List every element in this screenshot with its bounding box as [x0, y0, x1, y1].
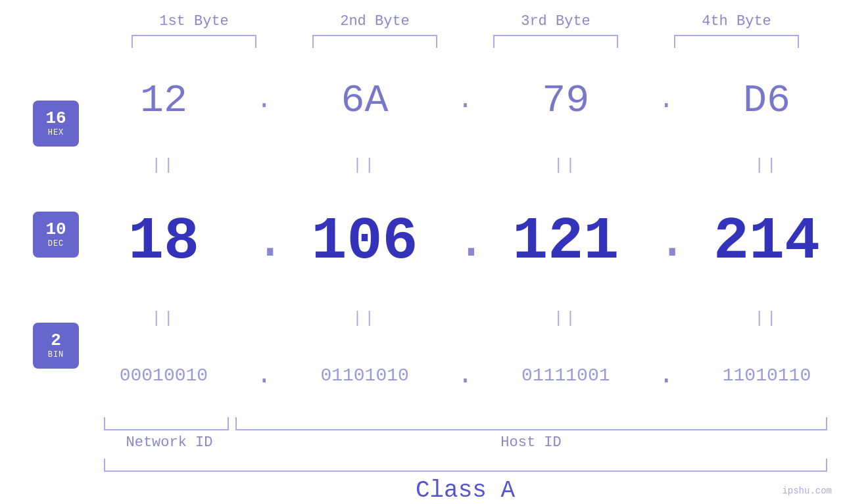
byte-2-label: 2nd Byte: [309, 13, 441, 30]
equals-row-2: || || || ||: [85, 309, 845, 327]
equals-1-b3: ||: [500, 156, 631, 174]
host-bracket: [235, 417, 827, 430]
hex-b3-value: 79: [542, 78, 589, 123]
hex-b1-value: 12: [140, 78, 187, 123]
top-brackets: [104, 35, 827, 48]
bin-dot-1: .: [254, 361, 274, 390]
dec-b3-cell: 121: [500, 208, 631, 275]
equals-1-b4: ||: [701, 156, 833, 174]
hex-name: HEX: [48, 128, 64, 137]
hex-b2-cell: 6A: [299, 78, 431, 123]
equals-2-b3: ||: [500, 309, 631, 327]
hex-b3-cell: 79: [500, 78, 631, 123]
main-container: 1st Byte 2nd Byte 3rd Byte 4th Byte 16 H…: [0, 0, 845, 504]
equals-2-b1: ||: [98, 309, 229, 327]
bin-b4-cell: 11010110: [701, 365, 833, 386]
hex-b2-value: 6A: [341, 78, 389, 123]
hex-b4-cell: D6: [701, 78, 833, 123]
bin-b2-value: 01101010: [320, 365, 408, 386]
class-bracket: [104, 459, 827, 472]
dec-b4-cell: 214: [701, 208, 833, 275]
dec-b2-value: 106: [312, 208, 418, 275]
values-area: 12 . 6A . 79 . D6 || ||: [85, 55, 845, 414]
equals-2-b2: ||: [299, 309, 431, 327]
content-area: 16 HEX 10 DEC 2 BIN 12 . 6A: [0, 55, 845, 414]
byte-labels-row: 1st Byte 2nd Byte 3rd Byte 4th Byte: [104, 13, 827, 30]
equals-1-b2: ||: [299, 156, 431, 174]
equals-2-b4: ||: [701, 309, 833, 327]
bin-b4-value: 11010110: [723, 365, 811, 386]
hex-dot-2: .: [455, 85, 475, 115]
bin-row: 00010010 . 01101010 . 01111001 . 1101011…: [85, 361, 845, 390]
bin-b3-value: 01111001: [521, 365, 610, 386]
bin-num: 2: [51, 331, 61, 350]
hex-num: 16: [45, 109, 66, 128]
dec-b1-value: 18: [128, 208, 199, 275]
dec-b4-value: 214: [713, 208, 820, 275]
bottom-brackets-row: [104, 417, 827, 430]
top-bracket-1: [132, 35, 256, 48]
base-labels-column: 16 HEX 10 DEC 2 BIN: [0, 55, 85, 414]
dec-badge: 10 DEC: [33, 212, 79, 258]
dec-b1-cell: 18: [98, 208, 229, 275]
hex-b1-cell: 12: [98, 78, 229, 123]
dec-dot-1: .: [254, 212, 274, 271]
bin-b2-cell: 01101010: [299, 365, 431, 386]
network-id-label: Network ID: [104, 434, 235, 451]
equals-row-1: || || || ||: [85, 156, 845, 174]
watermark: ipshu.com: [782, 486, 832, 496]
class-section: Class A: [104, 459, 827, 504]
network-bracket: [104, 417, 229, 430]
dec-b2-cell: 106: [299, 208, 431, 275]
bin-b1-cell: 00010010: [98, 365, 229, 386]
top-bracket-2: [312, 35, 437, 48]
bin-b1-value: 00010010: [120, 365, 208, 386]
dec-dot-2: .: [455, 212, 475, 271]
equals-1-b1: ||: [98, 156, 229, 174]
bottom-section: Network ID Host ID: [104, 417, 827, 451]
top-bracket-4: [674, 35, 799, 48]
dec-row: 18 . 106 . 121 . 214: [85, 208, 845, 275]
hex-dot-1: .: [254, 85, 274, 115]
dec-name: DEC: [48, 239, 64, 248]
byte-4-label: 4th Byte: [671, 13, 802, 30]
bin-dot-3: .: [656, 361, 676, 390]
top-bracket-3: [493, 35, 618, 48]
bin-name: BIN: [48, 350, 64, 359]
host-id-label: Host ID: [235, 434, 827, 451]
bin-badge: 2 BIN: [33, 323, 79, 369]
bin-b3-cell: 01111001: [500, 365, 631, 386]
dec-dot-3: .: [656, 212, 676, 271]
bin-dot-2: .: [455, 361, 475, 390]
hex-badge: 16 HEX: [33, 101, 79, 147]
class-label: Class A: [104, 477, 827, 504]
byte-1-label: 1st Byte: [128, 13, 260, 30]
dec-num: 10: [45, 220, 66, 239]
hex-b4-value: D6: [743, 78, 790, 123]
hex-dot-3: .: [656, 85, 676, 115]
byte-3-label: 3rd Byte: [490, 13, 621, 30]
dec-b3-value: 121: [512, 208, 619, 275]
bottom-labels-row: Network ID Host ID: [104, 434, 827, 451]
hex-row: 12 . 6A . 79 . D6: [85, 78, 845, 123]
